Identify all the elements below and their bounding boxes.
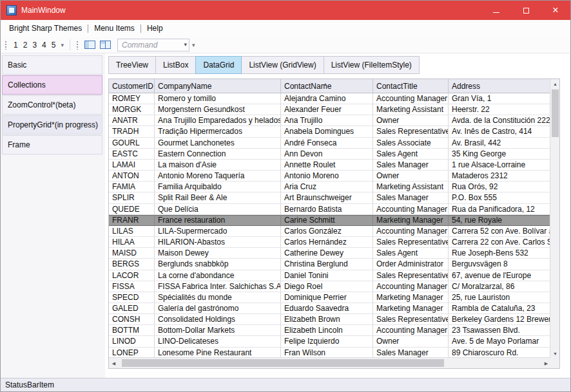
- grid-cell[interactable]: Order Administrator: [373, 259, 449, 270]
- grid-row-SPLIR[interactable]: SPLIRSplit Rail Beer & AleArt Braunschwe…: [109, 192, 551, 203]
- grid-cell[interactable]: Daniel Tonini: [281, 270, 373, 281]
- grid-row-GOURL[interactable]: GOURLGourmet LanchonetesAndré FonsecaSal…: [109, 138, 551, 149]
- grid-cell[interactable]: GALED: [109, 303, 155, 314]
- grid-cell[interactable]: P.O. Box 555: [449, 192, 551, 203]
- column-header-customerid[interactable]: CustomerID: [109, 79, 155, 93]
- grid-row-LILAS[interactable]: LILASLILA-SupermercadoCarlos GonzálezAcc…: [109, 226, 551, 237]
- grid-cell[interactable]: Av. Brasil, 442: [449, 138, 551, 149]
- close-button[interactable]: ×: [541, 1, 570, 20]
- grid-cell[interactable]: Sales Manager: [373, 192, 449, 203]
- sidebar-item-frame[interactable]: Frame: [2, 135, 102, 154]
- grid-cell[interactable]: Owner: [373, 115, 449, 126]
- sidebar-item-propertygrid-in-progress[interactable]: PropertyGrid*(in progress): [2, 115, 102, 135]
- grid-row-LINOD[interactable]: LINODLINO-DelicatesesFelipe IzquierdoOwn…: [109, 336, 551, 347]
- grid-cell[interactable]: Mataderos 2312: [449, 171, 551, 182]
- column-header-companyname[interactable]: CompanyName: [155, 79, 281, 93]
- grid-cell[interactable]: BERGS: [109, 259, 155, 270]
- grid-cell[interactable]: Christina Berglund: [281, 259, 373, 270]
- grid-cell[interactable]: Marketing Manager: [373, 303, 449, 314]
- grid-cell[interactable]: Art Braunschweiger: [281, 192, 373, 203]
- grid-cell[interactable]: Carrera 22 con Ave. Carlos Sou: [449, 237, 551, 248]
- grid-cell[interactable]: Antonio Moreno Taquería: [155, 171, 281, 182]
- command-combobox[interactable]: Command ▾: [117, 39, 189, 51]
- tab-datagrid[interactable]: DataGrid: [195, 56, 242, 74]
- grid-cell[interactable]: LILAS: [109, 226, 155, 237]
- grid-cell[interactable]: Avda. de la Constitución 2222: [449, 115, 551, 126]
- grid-cell[interactable]: Rambla de Cataluña, 23: [449, 303, 551, 314]
- grid-cell[interactable]: Galería del gastrónomo: [155, 303, 281, 314]
- grid-cell[interactable]: Heerstr. 22: [449, 104, 551, 115]
- menu-item-help[interactable]: Help: [141, 20, 169, 37]
- sidebar-item-collections[interactable]: Collections: [2, 75, 102, 95]
- toolbar-number-button-3[interactable]: 3: [30, 41, 39, 50]
- grid-cell[interactable]: Eduardo Saavedra: [281, 303, 373, 314]
- grid-cell[interactable]: FISSA Fabrica Inter. Salchichas S.A.: [155, 281, 281, 292]
- horizontal-scrollbar-thumb[interactable]: [122, 359, 444, 367]
- grid-cell[interactable]: Familia Arquibaldo: [155, 182, 281, 192]
- toolbar-number-button-5[interactable]: 5: [49, 41, 59, 50]
- grid-cell[interactable]: ANTON: [109, 171, 155, 182]
- grid-cell[interactable]: Accounting Manager: [373, 281, 449, 292]
- scrollbar-left-icon[interactable]: ◀: [109, 358, 119, 369]
- grid-row-ROMEY[interactable]: ROMEYRomero y tomilloAlejandra CaminoAcc…: [109, 93, 551, 104]
- grid-cell[interactable]: Alejandra Camino: [281, 93, 373, 104]
- grid-cell[interactable]: Tradição Hipermercados: [155, 126, 281, 137]
- menu-item-menu-items[interactable]: Menu Items: [88, 20, 140, 37]
- vertical-scrollbar-thumb[interactable]: [552, 89, 559, 137]
- grid-cell[interactable]: Elizabeth Lincoln: [281, 325, 373, 336]
- grid-cell[interactable]: Sales Agent: [373, 248, 449, 259]
- toolbar-overflow-icon[interactable]: ▾: [189, 42, 199, 48]
- grid-cell[interactable]: LACOR: [109, 270, 155, 281]
- grid-cell[interactable]: Gourmet Lanchonetes: [155, 138, 281, 149]
- grid-cell[interactable]: HILARION-Abastos: [155, 237, 281, 248]
- column-header-contactname[interactable]: ContactName▲: [281, 79, 373, 93]
- grid-cell[interactable]: Accounting Manager: [373, 325, 449, 336]
- grid-cell[interactable]: Sales Associate: [373, 138, 449, 149]
- menu-item-bright-sharp-themes[interactable]: Bright Sharp Themes: [3, 20, 88, 37]
- grid-cell[interactable]: Marketing Assistant: [373, 104, 449, 115]
- grid-cell[interactable]: Maison Dewey: [155, 248, 281, 259]
- grid-cell[interactable]: Av. Inês de Castro, 414: [449, 126, 551, 137]
- grid-cell[interactable]: Berkeley Gardens 12 Brewery: [449, 314, 551, 325]
- tab-treeview[interactable]: TreeView: [108, 56, 156, 74]
- grid-cell[interactable]: FRANR: [109, 215, 155, 226]
- grid-cell[interactable]: GOURL: [109, 138, 155, 149]
- grid-cell[interactable]: Diego Roel: [281, 281, 373, 292]
- grid-cell[interactable]: Elizabeth Brown: [281, 314, 373, 325]
- grid-cell[interactable]: LILA-Supermercado: [155, 226, 281, 237]
- grid-cell[interactable]: MAISD: [109, 248, 155, 259]
- sidebar-item-basic[interactable]: Basic: [2, 55, 102, 75]
- grid-cell[interactable]: Alexander Feuer: [281, 104, 373, 115]
- toolbar-number-button-4[interactable]: 4: [39, 41, 49, 50]
- grid-cell[interactable]: Felipe Izquierdo: [281, 336, 373, 347]
- grid-cell[interactable]: Owner: [373, 171, 449, 182]
- layout-left-pane-button[interactable]: [82, 39, 98, 51]
- grid-cell[interactable]: Aria Cruz: [281, 182, 373, 192]
- grid-cell[interactable]: Sales Manager: [373, 160, 449, 171]
- grid-cell[interactable]: La corne d'abondance: [155, 270, 281, 281]
- toolbar-grip-icon[interactable]: [5, 41, 8, 50]
- grid-cell[interactable]: Annette Roulet: [281, 160, 373, 171]
- grid-cell[interactable]: Owner: [373, 336, 449, 347]
- grid-cell[interactable]: Anabela Domingues: [281, 126, 373, 137]
- grid-cell[interactable]: Sales Agent: [373, 149, 449, 160]
- grid-cell[interactable]: Sales Representative: [373, 126, 449, 137]
- grid-cell[interactable]: CONSH: [109, 314, 155, 325]
- grid-cell[interactable]: QUEDE: [109, 204, 155, 215]
- grid-cell[interactable]: EASTC: [109, 149, 155, 160]
- grid-cell[interactable]: Morgenstern Gesundkost: [155, 104, 281, 115]
- horizontal-scrollbar[interactable]: ◀ ▶: [109, 357, 551, 368]
- toolbar-number-button-1[interactable]: 1: [11, 41, 21, 50]
- grid-cell[interactable]: Catherine Dewey: [281, 248, 373, 259]
- grid-cell[interactable]: TRADH: [109, 126, 155, 137]
- grid-cell[interactable]: Carlos Hernández: [281, 237, 373, 248]
- grid-cell[interactable]: Ana Trujillo: [281, 115, 373, 126]
- grid-cell[interactable]: Carine Schmitt: [281, 215, 373, 226]
- grid-row-FAMIA[interactable]: FAMIAFamilia ArquibaldoAria CruzMarketin…: [109, 182, 551, 192]
- grid-cell[interactable]: Accounting Manager: [373, 93, 449, 104]
- grid-row-GALED[interactable]: GALEDGalería del gastrónomoEduardo Saave…: [109, 303, 551, 314]
- grid-cell[interactable]: 25, rue Lauriston: [449, 292, 551, 303]
- grid-row-MORGK[interactable]: MORGKMorgenstern GesundkostAlexander Feu…: [109, 104, 551, 115]
- layout-split-pane-button[interactable]: [98, 39, 113, 51]
- grid-row-SPECD[interactable]: SPECDSpécialités du mondeDominique Perri…: [109, 292, 551, 303]
